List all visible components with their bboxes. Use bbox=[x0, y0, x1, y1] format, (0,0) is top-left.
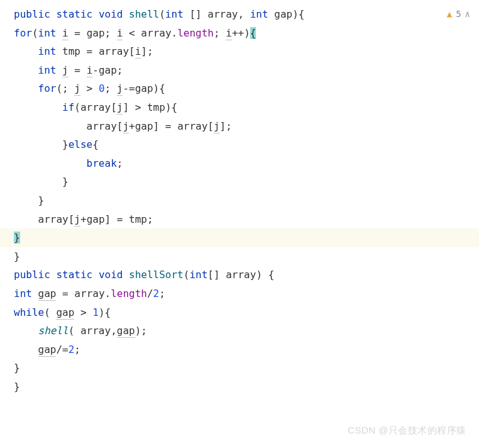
type-int: int bbox=[250, 8, 268, 20]
var-tmp: tmp bbox=[129, 213, 147, 225]
var-gap: gap bbox=[117, 325, 135, 338]
code-line[interactable]: while( gap > 1){ bbox=[14, 303, 479, 322]
keyword-public: public bbox=[14, 269, 50, 281]
code-line[interactable]: if(array[j] > tmp){ bbox=[14, 98, 479, 117]
brace: { bbox=[172, 101, 178, 113]
punct: ( bbox=[74, 101, 80, 113]
inspection-summary[interactable]: ▲ 5 ∧ bbox=[447, 6, 470, 23]
number: 2 bbox=[69, 344, 75, 356]
var-array: array bbox=[141, 27, 171, 39]
param: gap bbox=[274, 8, 292, 20]
var-array: array bbox=[80, 101, 111, 113]
var-gap: gap bbox=[87, 27, 105, 39]
punct: ) bbox=[244, 27, 250, 39]
punct: ; bbox=[159, 288, 165, 300]
code-line[interactable]: public static void shellSort(int[] array… bbox=[14, 266, 479, 284]
punct: [ bbox=[207, 120, 214, 132]
punct: ; bbox=[105, 27, 117, 39]
brace-highlight: { bbox=[250, 27, 256, 39]
param: array bbox=[226, 269, 256, 281]
var-j: j bbox=[62, 64, 69, 77]
var-i: i bbox=[135, 45, 141, 59]
keyword-else: else bbox=[69, 138, 93, 150]
code-line[interactable]: for(; j > 0; j-=gap){ bbox=[14, 79, 479, 98]
code-line[interactable]: array[j+gap] = tmp; bbox=[14, 210, 479, 229]
punct: ( bbox=[184, 269, 190, 281]
space bbox=[56, 64, 62, 76]
chevron-up-icon[interactable]: ∧ bbox=[465, 6, 470, 23]
code-line[interactable]: }else{ bbox=[14, 135, 479, 154]
punct: ] bbox=[123, 101, 129, 113]
var-i: i bbox=[226, 27, 232, 40]
space bbox=[262, 269, 268, 281]
punct: ( bbox=[69, 325, 80, 337]
var-gap: gap bbox=[38, 344, 57, 357]
punct: ) bbox=[292, 8, 299, 20]
var-j: j bbox=[214, 120, 220, 133]
punct: ; bbox=[117, 64, 123, 76]
punct: > bbox=[74, 306, 92, 318]
code-line[interactable]: } bbox=[14, 378, 479, 396]
code-line[interactable]: shell( array,gap); bbox=[14, 322, 479, 340]
punct: = bbox=[111, 213, 129, 225]
keyword-void: void bbox=[99, 8, 123, 20]
code-line[interactable]: } bbox=[14, 172, 479, 191]
space bbox=[268, 8, 275, 20]
keyword-break: break bbox=[87, 157, 117, 169]
code-line[interactable]: array[j+gap] = array[j]; bbox=[14, 117, 479, 136]
var-gap: gap bbox=[56, 306, 74, 320]
var-gap: gap bbox=[99, 64, 117, 76]
field-length: length bbox=[111, 288, 147, 300]
var-array: array bbox=[87, 120, 117, 132]
brace: } bbox=[14, 250, 20, 262]
code-line[interactable]: } bbox=[14, 359, 479, 378]
var-gap: gap bbox=[38, 288, 57, 301]
type-int: int bbox=[38, 64, 57, 76]
code-line[interactable]: public static void shell(int [] array, i… bbox=[14, 5, 479, 24]
punct: -= bbox=[123, 82, 135, 94]
punct: [] bbox=[207, 269, 226, 281]
punct: ] bbox=[153, 120, 160, 132]
var-i: i bbox=[87, 64, 93, 77]
punct: + bbox=[129, 120, 135, 132]
code-line[interactable]: gap/=2; bbox=[14, 340, 479, 359]
punct: ; bbox=[62, 82, 74, 94]
code-editor[interactable]: public static void shell(int [] array, i… bbox=[0, 0, 479, 401]
punct: ( bbox=[32, 27, 38, 39]
punct: ; bbox=[147, 213, 153, 225]
punct: [ bbox=[111, 101, 117, 113]
keyword-public: public bbox=[14, 8, 50, 20]
var-gap: gap bbox=[135, 82, 153, 94]
brace: { bbox=[299, 8, 305, 20]
code-line[interactable]: int gap = array.length/2; bbox=[14, 284, 479, 303]
punct: /= bbox=[56, 344, 68, 356]
brace: { bbox=[105, 306, 111, 318]
warning-icon: ▲ bbox=[447, 6, 452, 23]
var-array: array bbox=[99, 45, 129, 57]
var-i: i bbox=[117, 27, 123, 40]
code-line[interactable]: } bbox=[14, 247, 479, 266]
code-line[interactable]: int j = i-gap; bbox=[14, 61, 479, 80]
code-line[interactable]: } bbox=[14, 191, 479, 210]
var-tmp: tmp bbox=[147, 101, 165, 113]
punct: , bbox=[111, 325, 117, 337]
keyword-for: for bbox=[14, 27, 32, 39]
code-line[interactable]: for(int i = gap; i < array.length; i++){ bbox=[14, 24, 479, 43]
punct: = bbox=[80, 45, 99, 57]
var-j: j bbox=[117, 82, 123, 96]
var-j: j bbox=[74, 213, 80, 227]
code-line[interactable]: int tmp = array[i]; bbox=[14, 42, 479, 61]
warning-count: 5 bbox=[456, 6, 461, 23]
punct: = bbox=[56, 288, 74, 300]
code-line-highlighted[interactable]: } bbox=[0, 228, 479, 247]
type-int: int bbox=[38, 27, 57, 39]
code-line[interactable]: break; bbox=[14, 154, 479, 173]
brace: { bbox=[159, 82, 165, 94]
punct: ) bbox=[135, 325, 141, 337]
var-array: array bbox=[74, 288, 104, 300]
punct: > bbox=[129, 101, 147, 113]
var-j: j bbox=[74, 82, 80, 96]
var-j: j bbox=[123, 120, 129, 133]
var-j: j bbox=[117, 101, 123, 115]
punct: = bbox=[69, 64, 87, 76]
